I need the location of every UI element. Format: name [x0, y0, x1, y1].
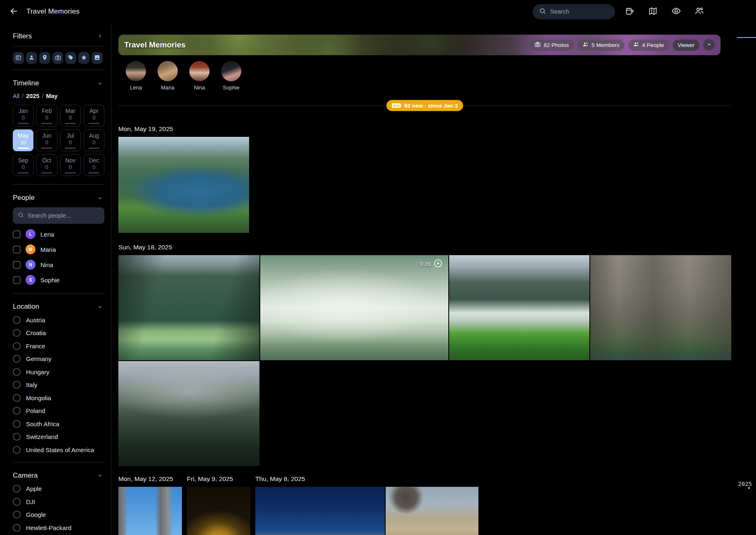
location-option-switzerland[interactable]: Switzerland [13, 433, 103, 441]
timeline-section-header[interactable]: Timeline [13, 79, 103, 87]
location-filter-button[interactable] [39, 52, 50, 64]
album-header-expand-button[interactable] [703, 39, 715, 51]
date-filter-button[interactable] [13, 52, 24, 64]
month-mar[interactable]: Mar0 [60, 105, 81, 127]
radio-button[interactable] [13, 394, 21, 402]
search-bar[interactable] [532, 4, 615, 19]
radio-button[interactable] [13, 342, 21, 350]
photo-thumbnail[interactable] [386, 487, 478, 535]
location-option-croatia[interactable]: Croatia [13, 329, 103, 337]
member-lena[interactable]: Lena [126, 61, 146, 91]
scrubber-position-indicator[interactable] [737, 37, 756, 38]
checkbox[interactable] [13, 246, 21, 253]
chevron-down-icon[interactable] [97, 195, 103, 201]
view-button[interactable] [668, 3, 684, 20]
location-section-header[interactable]: Location [13, 303, 103, 311]
chevron-down-icon[interactable] [97, 81, 103, 86]
month-nov[interactable]: Nov0 [60, 154, 81, 176]
month-oct[interactable]: Oct0 [36, 154, 57, 176]
radio-button[interactable] [13, 368, 21, 376]
favorites-filter-button[interactable] [78, 52, 89, 64]
person-filter-nina[interactable]: N Nina [13, 260, 103, 270]
location-option-hungary[interactable]: Hungary [13, 368, 103, 376]
person-filter-sophie[interactable]: S Sophie [13, 275, 103, 285]
camera-option-apple[interactable]: Apple [13, 485, 103, 493]
people-search-input[interactable] [28, 212, 94, 219]
breadcrumb-all[interactable]: All [13, 93, 19, 99]
checkbox[interactable] [13, 261, 21, 269]
radio-button[interactable] [13, 446, 21, 454]
location-option-south-africa[interactable]: South Africa [13, 420, 103, 428]
checkbox[interactable] [13, 230, 21, 238]
breadcrumb-month[interactable]: May [46, 93, 57, 99]
people-search-bar[interactable] [13, 207, 104, 224]
date-sort-button[interactable] [622, 3, 638, 20]
camera-section-header[interactable]: Camera [13, 472, 103, 480]
member-sophie[interactable]: Sophie [221, 61, 241, 91]
search-input[interactable] [550, 8, 604, 15]
members-count-badge[interactable]: 5 Members [577, 40, 624, 51]
back-button[interactable] [6, 3, 22, 20]
radio-button[interactable] [13, 433, 21, 441]
people-filter-button[interactable] [26, 52, 37, 64]
camera-option-google[interactable]: Google [13, 511, 103, 519]
people-section-header[interactable]: People [13, 194, 103, 202]
collapse-sidebar-button[interactable] [98, 33, 103, 40]
photo-thumbnail[interactable] [590, 255, 731, 360]
tags-filter-button[interactable] [65, 52, 76, 64]
month-jan[interactable]: Jan0 [13, 105, 33, 127]
location-option-austria[interactable]: Austria [13, 316, 103, 324]
app-root: Travel Memories [0, 0, 756, 535]
radio-button[interactable] [13, 511, 21, 519]
radio-button[interactable] [13, 524, 21, 532]
month-apr[interactable]: Apr0 [84, 105, 104, 127]
month-jul[interactable]: Jul0 [60, 129, 81, 151]
chevron-down-icon[interactable] [97, 473, 103, 478]
radio-button[interactable] [13, 316, 21, 324]
video-thumbnail[interactable]: 0:28 [260, 255, 448, 360]
location-option-france[interactable]: France [13, 342, 103, 350]
radio-button[interactable] [13, 407, 21, 415]
radio-button[interactable] [13, 329, 21, 337]
month-may-selected[interactable]: May10 [13, 129, 33, 151]
photo-thumbnail[interactable] [118, 361, 259, 466]
scrubber-year-label[interactable]: 2025 [738, 481, 752, 487]
radio-button[interactable] [13, 485, 21, 493]
shared-users-button[interactable] [691, 3, 707, 20]
photo-thumbnail[interactable] [255, 487, 385, 535]
breadcrumb-year[interactable]: 2025 [26, 93, 39, 99]
people-count-badge[interactable]: 4 People [628, 40, 669, 51]
camera-filter-button[interactable] [52, 52, 64, 64]
photo-thumbnail[interactable] [118, 487, 182, 535]
photo-thumbnail[interactable] [449, 255, 589, 360]
photo-thumbnail[interactable] [187, 487, 250, 535]
person-filter-maria[interactable]: M Maria [13, 244, 103, 254]
location-option-germany[interactable]: Germany [13, 355, 103, 363]
month-feb[interactable]: Feb0 [36, 105, 57, 127]
media-type-filter-button[interactable] [92, 52, 103, 64]
location-option-poland[interactable]: Poland [13, 407, 103, 415]
location-option-usa[interactable]: United States of America [13, 446, 103, 454]
map-view-button[interactable] [645, 3, 661, 20]
photo-thumbnail[interactable] [118, 255, 259, 360]
person-filter-lena[interactable]: L Lena [13, 229, 103, 239]
radio-button[interactable] [13, 420, 21, 428]
photo-thumbnail[interactable] [118, 137, 249, 233]
radio-button[interactable] [13, 355, 21, 363]
chevron-down-icon[interactable] [97, 304, 103, 310]
month-aug[interactable]: Aug0 [84, 129, 104, 151]
camera-option-hewlett-packard[interactable]: Hewlett-Packard [13, 524, 103, 532]
radio-button[interactable] [13, 498, 21, 506]
member-maria[interactable]: Maria [158, 61, 178, 91]
camera-option-dji[interactable]: DJI [13, 498, 103, 506]
member-avatar [126, 61, 146, 81]
new-items-pill[interactable]: NEW 82 new · since Jan 3 [386, 100, 463, 111]
member-nina[interactable]: Nina [189, 61, 210, 91]
checkbox[interactable] [13, 276, 21, 284]
month-dec[interactable]: Dec0 [84, 154, 104, 176]
location-option-mongolia[interactable]: Mongolia [13, 394, 103, 402]
radio-button[interactable] [13, 381, 21, 389]
month-sep[interactable]: Sep0 [13, 154, 33, 176]
location-option-italy[interactable]: Italy [13, 381, 103, 389]
month-jun[interactable]: Jun0 [36, 129, 57, 151]
